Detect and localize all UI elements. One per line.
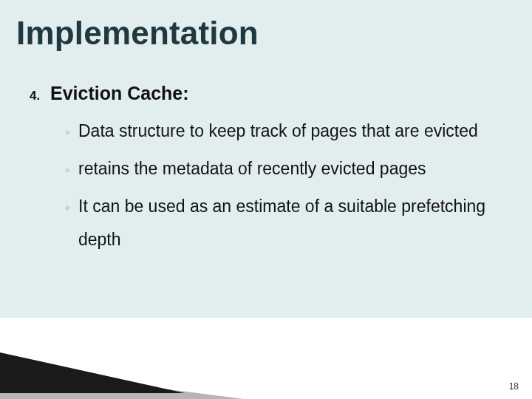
body-content: 4. Eviction Cache: ◦ Data structure to k… <box>30 83 502 260</box>
item-number: 4. <box>30 89 50 103</box>
bullet-glyph: ◦ <box>65 195 78 221</box>
decorative-wedge-dark <box>0 352 185 393</box>
sub-bullet-item: ◦ It can be used as an estimate of a sui… <box>65 190 502 256</box>
sub-bullet-text: retains the metadata of recently evicted… <box>78 152 426 185</box>
sub-bullet-item: ◦ retains the metadata of recently evict… <box>65 152 502 185</box>
sub-bullet-text: It can be used as an estimate of a suita… <box>78 190 502 256</box>
numbered-item: 4. Eviction Cache: <box>30 83 502 104</box>
item-heading: Eviction Cache: <box>50 83 189 104</box>
bullet-glyph: ◦ <box>65 157 78 183</box>
page-number: 18 <box>509 381 519 392</box>
bullet-glyph: ◦ <box>65 120 78 146</box>
sub-bullet-item: ◦ Data structure to keep track of pages … <box>65 115 502 148</box>
slide-title: Implementation <box>16 15 259 52</box>
slide: Implementation 4. Eviction Cache: ◦ Data… <box>0 0 532 399</box>
sub-bullet-list: ◦ Data structure to keep track of pages … <box>65 115 502 256</box>
sub-bullet-text: Data structure to keep track of pages th… <box>78 115 478 148</box>
